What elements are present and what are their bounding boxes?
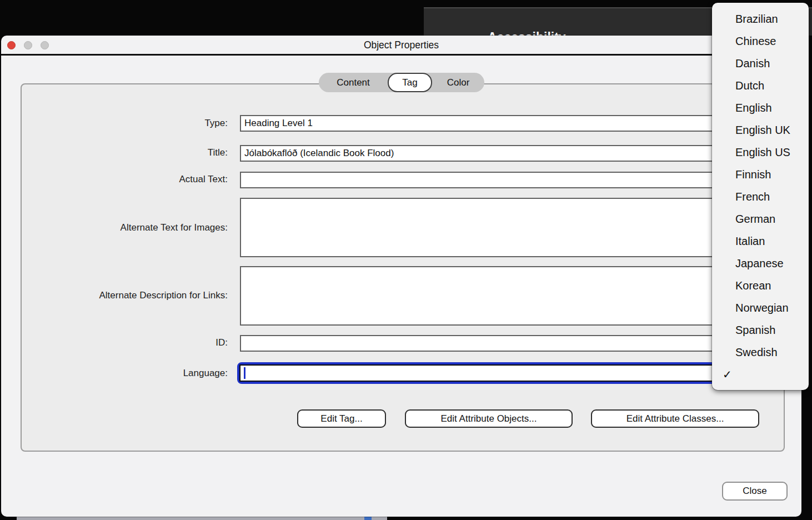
title-label: Title: [1,147,228,159]
alternate-text-images-label: Alternate Text for Images: [1,222,228,234]
object-properties-dialog: Object Properties Content Tag Color Type… [1,36,801,517]
dropdown-item[interactable]: Italian [712,230,809,252]
actual-text-label: Actual Text: [1,173,228,186]
dropdown-item[interactable]: Danish [712,52,809,74]
id-field[interactable] [240,335,780,352]
tab-color[interactable]: Color [432,73,484,92]
dropdown-item[interactable]: Norwegian [712,297,809,319]
dropdown-item[interactable]: Swedish [712,341,809,363]
dialog-title: Object Properties [1,36,801,54]
alternate-description-links-label: Alternate Description for Links: [1,289,228,302]
tab-tag[interactable]: Tag [388,73,432,92]
edit-attribute-objects-button[interactable]: Edit Attribute Objects... [405,409,573,428]
dropdown-item[interactable]: English UK [712,119,809,141]
dropdown-item[interactable]: English [712,97,809,119]
id-label: ID: [1,337,228,349]
alternate-description-links-field[interactable] [240,266,780,326]
background-bottom-strip [17,517,387,520]
language-field-focus-ring [237,362,782,384]
title-field[interactable] [240,145,780,162]
close-button[interactable]: Close [722,482,788,501]
tab-content[interactable]: Content [319,73,388,92]
edit-tag-button[interactable]: Edit Tag... [297,409,386,428]
dropdown-checked-item[interactable]: ✓ [712,363,809,386]
background-scroll-indicator [364,517,372,520]
language-label: Language: [1,367,228,379]
alternate-text-images-field[interactable] [240,198,780,257]
type-field[interactable] [240,115,780,132]
dropdown-item[interactable]: Dutch [712,74,809,97]
type-label: Type: [1,117,228,129]
dropdown-item[interactable]: Spanish [712,319,809,341]
text-caret [244,367,245,379]
dropdown-item[interactable]: English US [712,141,809,163]
checkmark-icon: ✓ [723,368,732,381]
dropdown-item[interactable]: German [712,208,809,230]
properties-tab-bar: Content Tag Color [319,73,484,92]
actual-text-field[interactable] [240,172,780,188]
language-field[interactable] [239,364,780,382]
edit-attribute-classes-button[interactable]: Edit Attribute Classes... [591,409,759,428]
dropdown-item[interactable]: Finnish [712,163,809,186]
dropdown-item[interactable]: Japanese [712,252,809,274]
dropdown-item[interactable]: French [712,186,809,208]
dropdown-item[interactable]: Korean [712,274,809,297]
dropdown-item[interactable]: Brazilian [712,8,809,30]
dropdown-item[interactable]: Chinese [712,30,809,52]
language-dropdown-list: BrazilianChineseDanishDutchEnglishEnglis… [712,8,809,363]
dialog-titlebar: Object Properties [1,36,801,56]
language-dropdown-menu: BrazilianChineseDanishDutchEnglishEnglis… [712,3,809,390]
